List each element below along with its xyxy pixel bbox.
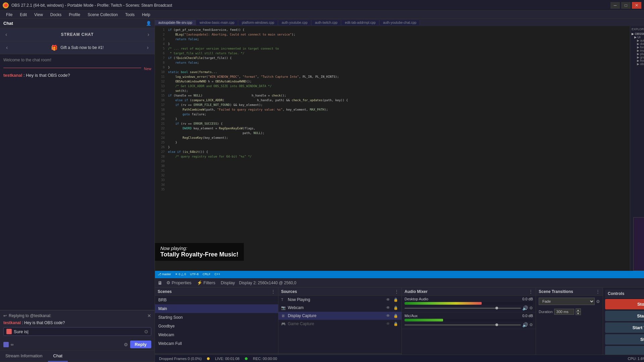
start-recording-button[interactable]: Start Recording [605,311,644,321]
git-branch: ⎇ master [158,273,171,276]
code-tab-3[interactable]: platform-windows.cpp [238,20,278,25]
source-item-game-capture[interactable]: 🎮 Game Capture 👁 🔒 [278,320,401,328]
source-item-display-capture[interactable]: 🖥 Display Capture 👁 🔒 [278,312,401,320]
filters-button[interactable]: ⚡ Filters [196,280,217,286]
chat-divider [3,68,141,68]
mic-mute-button[interactable]: 🔊 [522,322,528,327]
source-type-game-icon: 🎮 [281,322,286,326]
mic-audio-settings[interactable]: ⚙ [529,322,533,327]
reply-close-button[interactable]: ✕ [147,313,151,318]
minimize-button[interactable]: ─ [610,2,620,9]
filters-label: Filters [204,280,215,285]
chat-nav-next[interactable]: › [146,31,151,38]
desktop-mute-button[interactable]: 🔊 [522,305,528,311]
source-visibility-now-playing[interactable]: 👁 [385,297,391,302]
source-visibility-display[interactable]: 👁 [385,313,391,318]
source-item-now-playing[interactable]: T Now Playing 👁 🔒 [278,296,401,304]
transitions-options-button[interactable]: ⋮ [596,289,600,294]
mic-audio-controls: 🔊 ⚙ [405,322,533,327]
duration-input[interactable] [554,309,574,315]
reply-input[interactable] [14,329,142,334]
emoji-button[interactable]: ⊙ [144,329,148,334]
mic-aux-label: Mic/Aux [405,314,418,318]
reply-send-button[interactable]: Reply [130,341,151,348]
desktop-audio-settings[interactable]: ⚙ [529,306,533,310]
properties-button[interactable]: ⚙ Properties [165,280,193,286]
chat-settings-button[interactable]: ⚙ [124,341,128,348]
source-item-webcam[interactable]: 📷 Webcam 👁 🔒 [278,304,401,312]
bottom-section: 🖥 ⚙ Properties ⚡ Filters Display Display… [155,278,644,355]
scene-item-goodbye[interactable]: Goodbye [155,322,278,330]
menu-bar: File Edit View Docks Profile Scene Colle… [0,11,644,19]
close-button[interactable]: ✕ [632,2,641,9]
source-visibility-webcam[interactable]: 👁 [385,305,391,310]
audio-channel-desktop-header: Desktop Audio 0.0 dB [405,297,533,301]
stop-streaming-button[interactable]: Stop Streaming [605,299,644,309]
code-tab-1[interactable]: autoupdate-file-srv.cpp [155,20,196,25]
chat-dock-title: Chat [3,21,13,26]
menu-edit[interactable]: Edit [16,12,30,18]
source-lock-now-playing[interactable]: 🔒 [393,298,399,302]
stream-chat-header: ‹ STREAM CHAT › [0,28,155,41]
scene-item-brb[interactable]: BRB [155,296,278,304]
reply-header: ↩ Replying to @testkanal: ✕ [3,313,151,318]
scene-item-webcam-full[interactable]: Webcam Full [155,339,278,348]
filter-icon: ⚡ [197,280,202,285]
source-lock-display[interactable]: 🔒 [393,314,399,318]
sources-title: Sources [281,289,297,294]
tab-stream-information[interactable]: Stream Information [0,351,48,362]
menu-file[interactable]: File [3,12,16,18]
menu-view[interactable]: View [31,12,46,18]
chat-welcome-msg: Welcome to the chat room! [3,58,151,62]
gift-icon: 🎁 [51,45,58,51]
line-ending: CRLF [203,273,211,276]
duration-up-button[interactable]: ▲ [576,308,581,312]
source-visibility-game[interactable]: 👁 [385,321,391,326]
gift-next[interactable]: › [145,44,151,51]
code-tab-6[interactable]: edit-tab-addrmpl.cpp [341,20,379,25]
transition-type-select[interactable]: Fade Cut Swipe [539,298,595,305]
mic-volume-handle [495,323,498,326]
dropped-frames: Dropped Frames 0 (0.0%) [159,357,202,361]
display-button[interactable]: Display [219,280,236,286]
duration-down-button[interactable]: ▼ [576,312,581,315]
chat-nav-prev[interactable]: ‹ [3,31,9,38]
tab-chat[interactable]: Chat [48,351,68,362]
menu-help[interactable]: Help [139,12,154,18]
code-status-bar: ⎇ master ✕ 0 △ 0 UTF-8 CRLF C++ [155,271,644,278]
chat-manage-button[interactable]: 👤 [146,21,151,26]
mic-aux-db: 0.0 dB [522,314,533,318]
scenes-options-button[interactable]: ⋮ [271,289,275,294]
menu-scene-collection[interactable]: Scene Collection [84,12,121,18]
menu-tools[interactable]: Tools [122,12,138,18]
desktop-volume-slider[interactable] [405,308,521,309]
audio-options-button[interactable]: ⋮ [529,289,533,294]
chat-message-username: testkanal [3,73,22,78]
audio-channel-mic: Mic/Aux 0.0 dB 🔊 ⚙ [402,312,536,329]
studio-mode-button[interactable]: Studio Mode [605,334,644,345]
now-playing-banner: Now playing: Totally Royalty-Free Music! [155,243,244,261]
transition-settings-button[interactable]: ⚙ [596,299,600,304]
source-lock-webcam[interactable]: 🔒 [393,306,399,310]
gift-prev[interactable]: ‹ [4,44,10,51]
start-virtual-camera-button[interactable]: Start Virtual Camera [605,322,644,333]
code-tab-4[interactable]: auth-youtube.cpp [278,20,311,25]
controls-panel: Controls ⋮ Stop Streaming Start Recordin… [603,288,644,355]
duration-row: Duration ▲ ▼ [536,307,603,316]
menu-docks[interactable]: Docks [47,12,65,18]
code-tab-5[interactable]: auth-twitch.cpp [312,20,341,25]
desktop-audio-meter [405,302,533,305]
sources-options-button[interactable]: ⋮ [394,289,399,294]
menu-profile[interactable]: Profile [65,12,84,18]
scene-item-main[interactable]: Main [155,304,278,313]
cpu-usage: CPU: 1.6%, 60.00 fps [628,357,644,361]
mic-volume-slider[interactable] [405,324,521,325]
desktop-audio-controls: 🔊 ⚙ [405,305,533,311]
live-time: LIVE: 00:01:08 [215,357,239,361]
scene-item-webcam[interactable]: Webcam [155,330,278,339]
scene-item-starting-soon[interactable]: Starting Soon [155,313,278,322]
code-tab-7[interactable]: auth-youtube-chat.cpp [380,20,420,25]
source-lock-game[interactable]: 🔒 [393,322,399,326]
code-tab-2[interactable]: window-basic-main.cpp [196,20,238,25]
maximize-button[interactable]: □ [621,2,631,9]
